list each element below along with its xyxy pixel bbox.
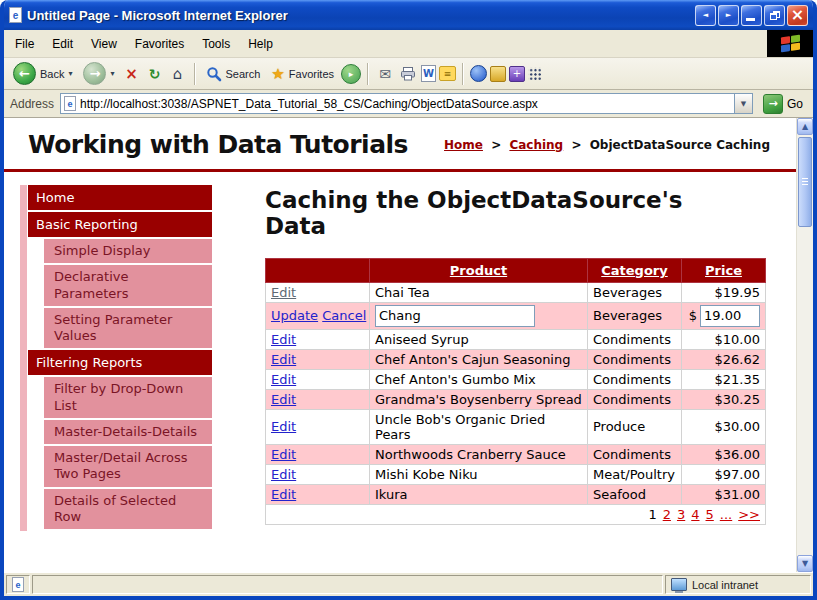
favorites-button[interactable]: ★ Favorites — [267, 63, 338, 85]
address-input[interactable]: e http://localhost:3038/ASPNET_Data_Tuto… — [60, 93, 753, 114]
back-history-chevron-icon[interactable]: ▾ — [68, 69, 72, 78]
menu-edit[interactable]: Edit — [43, 33, 82, 55]
grid-cell-price: $10.00 — [682, 329, 766, 349]
pager-cell: 12345...>> — [266, 504, 766, 524]
window-extra-left-button[interactable]: ◄ — [695, 5, 716, 26]
close-button[interactable]: × — [787, 5, 808, 26]
pager-link-ellipsis[interactable]: ... — [720, 507, 732, 522]
window-title: Untitled Page - Microsoft Internet Explo… — [27, 8, 690, 23]
sidebar-item-filtering-reports[interactable]: Filtering Reports — [28, 350, 212, 375]
sidebar-item-master-detail-across-two-pages[interactable]: Master/Detail Across Two Pages — [44, 446, 212, 487]
scroll-down-button[interactable]: ▼ — [797, 555, 813, 572]
grid-header-link-product[interactable]: Product — [450, 263, 507, 278]
scrollbar-thumb[interactable] — [798, 137, 812, 227]
back-button[interactable]: ← Back ▾ — [9, 60, 76, 87]
grid-cell-category: Condiments — [588, 444, 682, 464]
pager-link-page-2[interactable]: 2 — [663, 507, 671, 522]
menu-tools[interactable]: Tools — [193, 33, 239, 55]
grid-cell-category: Meat/Poultry — [588, 464, 682, 484]
grid-cell-product: Chai Tea — [370, 282, 588, 302]
grid-cell-price: $30.25 — [682, 389, 766, 409]
edit-link[interactable]: Edit — [271, 352, 296, 367]
home-button[interactable]: ⌂ — [168, 64, 188, 84]
grid-header-link-price[interactable]: Price — [705, 263, 742, 278]
menu-help[interactable]: Help — [239, 33, 282, 55]
update-link[interactable]: Update — [271, 308, 318, 323]
grid-cell-product: Grandma's Boysenberry Spread — [370, 389, 588, 409]
grid-row-4: EditChef Anton's Cajun SeasoningCondimen… — [266, 349, 766, 369]
status-zone-panel: Local intranet — [665, 575, 811, 594]
edit-link[interactable]: Edit — [271, 419, 296, 434]
edit-link[interactable]: Edit — [271, 447, 296, 462]
pager-link-page-4[interactable]: 4 — [691, 507, 699, 522]
sidebar-item-filter-by-drop-down-list[interactable]: Filter by Drop-Down List — [44, 377, 212, 418]
stop-button[interactable]: × — [122, 64, 142, 84]
grid-row-8: EditNorthwoods Cranberry SauceCondiments… — [266, 444, 766, 464]
edit-link[interactable]: Edit — [271, 392, 296, 407]
forward-history-chevron-icon[interactable]: ▾ — [110, 69, 114, 78]
sidebar-item-basic-reporting[interactable]: Basic Reporting — [28, 212, 212, 237]
menu-bar: FileEditViewFavoritesToolsHelp — [4, 30, 813, 58]
grid-cell-action: Edit — [266, 464, 370, 484]
breadcrumb-link-home[interactable]: Home — [444, 138, 483, 152]
pager-link-page-3[interactable]: 3 — [677, 507, 685, 522]
print-button[interactable] — [398, 64, 418, 84]
edit-link[interactable]: Edit — [271, 487, 296, 502]
sidebar-item-master-details-details[interactable]: Master-Details-Details — [44, 420, 212, 444]
grid-cell-category: Condiments — [588, 369, 682, 389]
breadcrumb: Home > Caching > ObjectDataSource Cachin… — [444, 138, 770, 152]
edit-with-word-button[interactable]: W — [421, 65, 436, 82]
grid-cell-action: Edit — [266, 369, 370, 389]
messenger-button[interactable] — [470, 65, 487, 82]
edit-link[interactable]: Edit — [271, 285, 296, 300]
mail-button[interactable]: ✉ — [375, 64, 395, 84]
forward-button[interactable]: → ▾ — [79, 60, 118, 87]
scrollbar-track[interactable] — [797, 135, 813, 555]
breadcrumb-link-caching[interactable]: Caching — [509, 138, 563, 152]
grid-header-link-category[interactable]: Category — [601, 263, 667, 278]
pager-link-next[interactable]: >> — [738, 507, 760, 522]
menu-favorites[interactable]: Favorites — [126, 33, 193, 55]
grid-cell-action: Edit — [266, 329, 370, 349]
grid-cell-product: Chef Anton's Gumbo Mix — [370, 369, 588, 389]
minimize-button[interactable] — [741, 5, 762, 26]
grid-cell-product: Ikura — [370, 484, 588, 504]
edit-link[interactable]: Edit — [271, 332, 296, 347]
sidebar-nav: HomeBasic ReportingSimple DisplayDeclara… — [20, 185, 212, 531]
grid-cell-category: Produce — [588, 409, 682, 444]
search-button[interactable]: Search — [202, 64, 265, 84]
intranet-icon — [671, 578, 687, 591]
research-button[interactable] — [490, 66, 506, 82]
sidebar-item-details-of-selected-row[interactable]: Details of Selected Row — [44, 489, 212, 530]
menu-file[interactable]: File — [6, 33, 43, 55]
menu-view[interactable]: View — [82, 33, 126, 55]
site-title: Working with Data Tutorials — [28, 130, 408, 159]
price-editor-input[interactable] — [700, 305, 760, 327]
pager-link-page-5[interactable]: 5 — [706, 507, 714, 522]
content-row: HomeBasic ReportingSimple DisplayDeclara… — [4, 172, 796, 531]
product-editor-input[interactable] — [375, 305, 535, 327]
address-dropdown-button[interactable]: ▼ — [734, 94, 752, 113]
go-button[interactable]: → Go — [759, 94, 807, 114]
scroll-up-button[interactable]: ▲ — [797, 118, 813, 135]
form-fill-button[interactable]: + — [509, 66, 525, 82]
chevron-down-icon: ▼ — [741, 100, 746, 108]
address-label: Address — [10, 97, 54, 111]
grid-header-category: Category — [588, 258, 682, 282]
window-extra-right-button[interactable]: ► — [718, 5, 739, 26]
cancel-link[interactable]: Cancel — [322, 308, 366, 323]
sidebar-item-simple-display[interactable]: Simple Display — [44, 239, 212, 263]
title-bar[interactable]: e Untitled Page - Microsoft Internet Exp… — [4, 0, 813, 30]
refresh-button[interactable]: ↻ — [145, 64, 165, 84]
media-button[interactable]: ▸ — [341, 64, 361, 84]
sidebar-item-setting-parameter-values[interactable]: Setting Parameter Values — [44, 308, 212, 349]
vertical-scrollbar[interactable]: ▲ ▼ — [796, 118, 813, 572]
edit-link[interactable]: Edit — [271, 372, 296, 387]
edit-link[interactable]: Edit — [271, 467, 296, 482]
sidebar-item-declarative-parameters[interactable]: Declarative Parameters — [44, 265, 212, 306]
page-icon: e — [64, 96, 76, 111]
discuss-button[interactable]: ≡ — [439, 66, 456, 81]
sidebar-item-home[interactable]: Home — [28, 185, 212, 210]
tiles-button[interactable] — [528, 67, 541, 80]
restore-button[interactable] — [764, 5, 785, 26]
